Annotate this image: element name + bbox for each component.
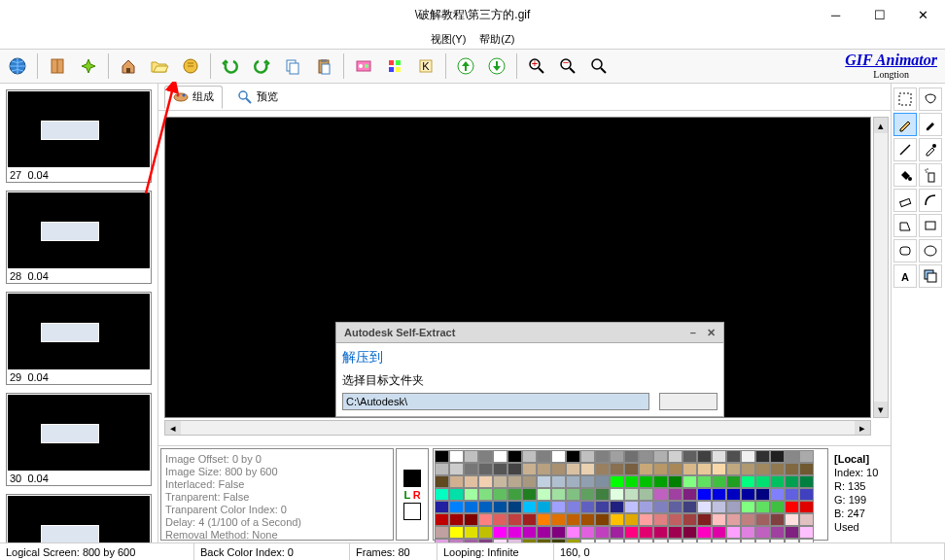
palette-swatch[interactable]: [522, 463, 537, 475]
palette-swatch[interactable]: [508, 450, 522, 463]
text-icon[interactable]: A: [893, 264, 917, 288]
curve-icon[interactable]: [919, 189, 942, 212]
palette-swatch-empty[interactable]: [595, 539, 610, 542]
palette-swatch[interactable]: [551, 513, 566, 526]
palette-swatch[interactable]: [435, 463, 449, 475]
globe-icon[interactable]: [4, 52, 31, 80]
paste-icon[interactable]: [310, 52, 337, 80]
palette-swatch[interactable]: [435, 526, 449, 539]
palette-swatch[interactable]: [668, 513, 682, 526]
frames-panel[interactable]: 27 0.04 28 0.04 29 0.04 30 0.04 31 0.04: [0, 84, 158, 542]
palette-swatch[interactable]: [799, 475, 814, 488]
palette-swatch[interactable]: [712, 463, 726, 475]
palette-swatch[interactable]: [537, 539, 551, 542]
palette-swatch[interactable]: [799, 513, 814, 526]
palette-swatch[interactable]: [668, 526, 682, 539]
palette-swatch[interactable]: [449, 539, 464, 542]
open-folder-icon[interactable]: [146, 52, 173, 80]
palette-swatch[interactable]: [493, 450, 508, 463]
palette-swatch[interactable]: [537, 450, 551, 463]
palette-swatch[interactable]: [799, 463, 814, 475]
palette-swatch[interactable]: [435, 501, 449, 513]
palette-swatch[interactable]: [682, 501, 697, 513]
palette-swatch[interactable]: [580, 450, 595, 463]
palette-swatch[interactable]: [755, 450, 770, 463]
palette-swatch[interactable]: [464, 501, 478, 513]
palette-swatch[interactable]: [493, 475, 508, 488]
palette-swatch[interactable]: [610, 488, 624, 501]
palette-swatch[interactable]: [522, 513, 537, 526]
palette-swatch[interactable]: [610, 501, 624, 513]
spray-icon[interactable]: [919, 163, 942, 187]
palette-swatch[interactable]: [697, 475, 712, 488]
minimize-button[interactable]: ─: [814, 0, 858, 29]
palette-swatch[interactable]: [712, 488, 726, 501]
palette-swatch[interactable]: [595, 526, 610, 539]
palette-swatch[interactable]: [785, 488, 799, 501]
eyedropper-icon[interactable]: [919, 138, 942, 161]
palette-swatch[interactable]: [566, 488, 580, 501]
palette-swatch[interactable]: [770, 513, 785, 526]
book-icon[interactable]: [44, 52, 71, 80]
palette-swatch[interactable]: [799, 450, 814, 463]
palette-swatch[interactable]: [653, 475, 668, 488]
palette-swatch[interactable]: [464, 450, 478, 463]
palette-swatch[interactable]: [726, 526, 741, 539]
palette-swatch[interactable]: [653, 463, 668, 475]
palette-swatch[interactable]: [508, 539, 522, 542]
palette-swatch[interactable]: [566, 513, 580, 526]
palette-swatch-empty[interactable]: [653, 539, 668, 542]
palette-swatch[interactable]: [639, 501, 653, 513]
vertical-scrollbar[interactable]: ▴▾: [873, 117, 889, 418]
palette-swatch[interactable]: [755, 513, 770, 526]
browse-button[interactable]: [659, 393, 718, 410]
palette-swatch[interactable]: [478, 463, 493, 475]
palette-swatch[interactable]: [639, 526, 653, 539]
palette-swatch[interactable]: [595, 513, 610, 526]
frame-thumb[interactable]: 31 0.04: [6, 494, 152, 542]
palette-swatch[interactable]: [624, 501, 639, 513]
line-icon[interactable]: [893, 138, 917, 161]
palette-swatch[interactable]: [653, 450, 668, 463]
palette-swatch[interactable]: [785, 463, 799, 475]
palette-swatch[interactable]: [697, 488, 712, 501]
palette-swatch[interactable]: [595, 450, 610, 463]
palette-swatch[interactable]: [726, 501, 741, 513]
palette-swatch[interactable]: [449, 450, 464, 463]
palette-swatch-empty[interactable]: [668, 539, 682, 542]
palette-swatch[interactable]: [712, 475, 726, 488]
palette-swatch[interactable]: [624, 526, 639, 539]
palette-swatch[interactable]: [785, 526, 799, 539]
menu-help[interactable]: 帮助(Z): [479, 32, 514, 47]
palette-swatch[interactable]: [522, 539, 537, 542]
palette-swatch[interactable]: [478, 450, 493, 463]
sparkle-icon[interactable]: [75, 52, 102, 80]
palette-swatch[interactable]: [682, 475, 697, 488]
palette-swatch[interactable]: [580, 501, 595, 513]
palette-swatch-empty[interactable]: [755, 539, 770, 542]
palette-swatch-empty[interactable]: [785, 539, 799, 542]
palette-swatch[interactable]: [610, 513, 624, 526]
palette-swatch[interactable]: [464, 475, 478, 488]
palette-swatch[interactable]: [653, 488, 668, 501]
palette-swatch[interactable]: [624, 475, 639, 488]
palette-swatch[interactable]: [435, 539, 449, 542]
palette-swatch[interactable]: [712, 526, 726, 539]
palette-swatch[interactable]: [726, 475, 741, 488]
palette-swatch[interactable]: [624, 450, 639, 463]
palette-swatch[interactable]: [726, 513, 741, 526]
palette-swatch[interactable]: [799, 526, 814, 539]
palette-swatch[interactable]: [799, 501, 814, 513]
palette-swatch[interactable]: [668, 475, 682, 488]
palette-swatch[interactable]: [508, 513, 522, 526]
effects-icon[interactable]: [350, 52, 377, 80]
palette-swatch[interactable]: [770, 475, 785, 488]
palette-swatch[interactable]: [493, 501, 508, 513]
palette-swatch[interactable]: [551, 475, 566, 488]
palette-swatch[interactable]: [610, 526, 624, 539]
palette-swatch[interactable]: [755, 501, 770, 513]
canvas[interactable]: Autodesk Self-Extract– ✕ 解压到 选择目标文件夹: [164, 117, 871, 418]
palette-swatch[interactable]: [551, 463, 566, 475]
palette-swatch[interactable]: [668, 501, 682, 513]
palette-swatch[interactable]: [770, 526, 785, 539]
